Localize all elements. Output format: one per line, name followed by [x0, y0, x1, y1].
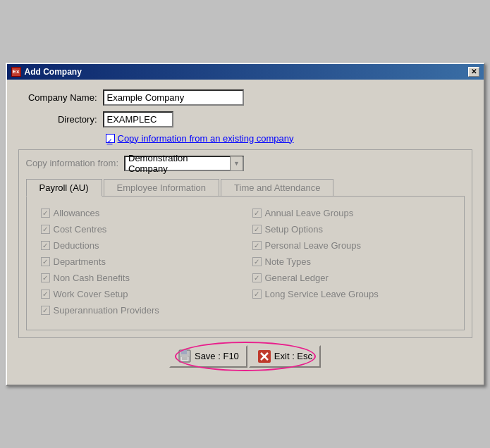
list-item: ✓ Non Cash Benefits [41, 273, 238, 283]
copy-group-box: Copy information from: Demonstration Com… [18, 149, 472, 338]
list-item: ✓ Long Service Leave Groups [252, 289, 450, 299]
title-bar: Ex Add Company ✕ [7, 64, 484, 80]
tab-content: ✓ Allowances ✓ Cost Centres ✓ Deductions [26, 196, 465, 330]
svg-rect-1 [181, 350, 187, 354]
exit-label: Exit : Esc [274, 351, 312, 361]
check-icon[interactable]: ✓ [41, 306, 50, 315]
directory-input[interactable] [103, 111, 173, 127]
checkbox-col1: ✓ Allowances ✓ Cost Centres ✓ Deductions [41, 208, 238, 316]
dropdown-arrow-icon[interactable]: ▼ [230, 156, 243, 170]
save-label: Save : F10 [195, 351, 239, 361]
list-item: ✓ Superannuation Providers [41, 305, 238, 316]
company-name-input[interactable] [103, 89, 244, 106]
check-icon[interactable]: ✓ [41, 209, 50, 218]
copy-link-row: ✓ Copy information from an existing comp… [18, 133, 472, 144]
check-icon[interactable]: ✓ [252, 225, 262, 234]
bottom-bar: Save : F10 Exit : Esc [18, 338, 472, 378]
check-icon[interactable]: ✓ [252, 209, 262, 218]
directory-label: Directory: [18, 114, 103, 125]
title-bar-left: Ex Add Company [11, 67, 82, 77]
check-icon[interactable]: ✓ [41, 290, 50, 299]
check-icon[interactable]: ✓ [41, 241, 50, 250]
check-icon[interactable]: ✓ [252, 273, 262, 282]
tab-payroll[interactable]: Payroll (AU) [26, 179, 102, 197]
checkbox-col2: ✓ Annual Leave Groups ✓ Setup Options ✓ … [252, 208, 450, 316]
tab-employee-information[interactable]: Employee Information [104, 179, 219, 197]
exit-button[interactable]: Exit : Esc [249, 345, 321, 368]
save-button[interactable]: Save : F10 [169, 345, 247, 368]
list-item: ✓ Annual Leave Groups [252, 208, 450, 218]
check-icon[interactable]: ✓ [252, 290, 262, 299]
check-icon[interactable]: ✓ [41, 225, 50, 234]
list-item: ✓ Note Types [252, 256, 450, 267]
copy-from-label: Copy information from: [26, 158, 119, 168]
list-item: ✓ General Ledger [252, 273, 450, 283]
app-icon: Ex [11, 67, 21, 77]
company-name-row: Company Name: [18, 89, 472, 106]
check-icon[interactable]: ✓ [41, 257, 50, 266]
exit-icon [257, 349, 271, 363]
buttons-container: Save : F10 Exit : Esc [169, 345, 321, 368]
copy-from-row: Copy information from: Demonstration Com… [26, 156, 465, 171]
save-icon [178, 349, 192, 363]
dropdown-value: Demonstration Company [125, 153, 230, 174]
close-button[interactable]: ✕ [468, 67, 479, 77]
copy-checkbox[interactable]: ✓ [106, 134, 115, 143]
list-item: ✓ Cost Centres [41, 224, 238, 235]
window-content: Company Name: Directory: ✓ Copy informat… [7, 80, 484, 385]
list-item: ✓ Departments [41, 256, 238, 267]
add-company-window: Ex Add Company ✕ Company Name: Directory… [6, 63, 485, 386]
svg-rect-2 [180, 356, 189, 361]
list-item: ✓ Setup Options [252, 224, 450, 235]
copy-from-dropdown[interactable]: Demonstration Company ▼ [124, 156, 244, 171]
copy-link-text: Copy information from an existing compan… [118, 133, 294, 144]
check-icon[interactable]: ✓ [252, 241, 262, 250]
list-item: ✓ Deductions [41, 240, 238, 251]
tab-time-and-attendance[interactable]: Time and Attendance [221, 179, 333, 197]
check-icon[interactable]: ✓ [41, 273, 50, 282]
check-icon[interactable]: ✓ [252, 257, 262, 266]
list-item: ✓ Personal Leave Groups [252, 240, 450, 251]
tab-bar: Payroll (AU) Employee Information Time a… [26, 178, 465, 196]
list-item: ✓ Allowances [41, 208, 238, 218]
copy-link[interactable]: ✓ Copy information from an existing comp… [106, 133, 294, 144]
directory-row: Directory: [18, 111, 472, 127]
window-title: Add Company [25, 67, 82, 77]
company-name-label: Company Name: [18, 92, 103, 103]
list-item: ✓ Work Cover Setup [41, 289, 238, 299]
checkbox-grid: ✓ Allowances ✓ Cost Centres ✓ Deductions [41, 208, 450, 316]
